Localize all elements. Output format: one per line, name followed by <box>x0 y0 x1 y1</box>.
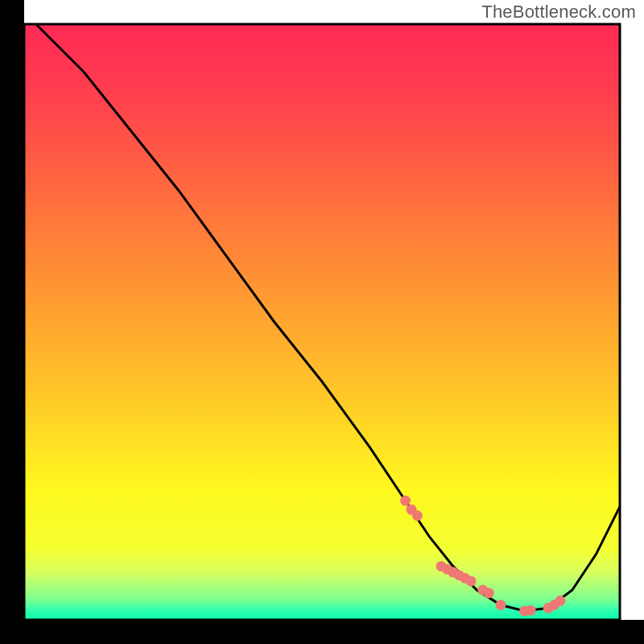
marker-dot <box>555 596 566 606</box>
marker-dot <box>526 605 536 616</box>
marker-dot <box>496 600 506 610</box>
watermark-text: TheBottleneck.com <box>481 2 636 23</box>
left-margin <box>0 0 24 644</box>
bottom-margin <box>0 620 644 644</box>
plot-background <box>24 24 620 620</box>
marker-dot <box>466 576 477 586</box>
chart-container: TheBottleneck.com <box>0 0 644 644</box>
chart-svg <box>0 0 644 644</box>
marker-dot <box>400 496 411 506</box>
marker-dot <box>412 510 423 521</box>
marker-dot <box>484 588 494 598</box>
